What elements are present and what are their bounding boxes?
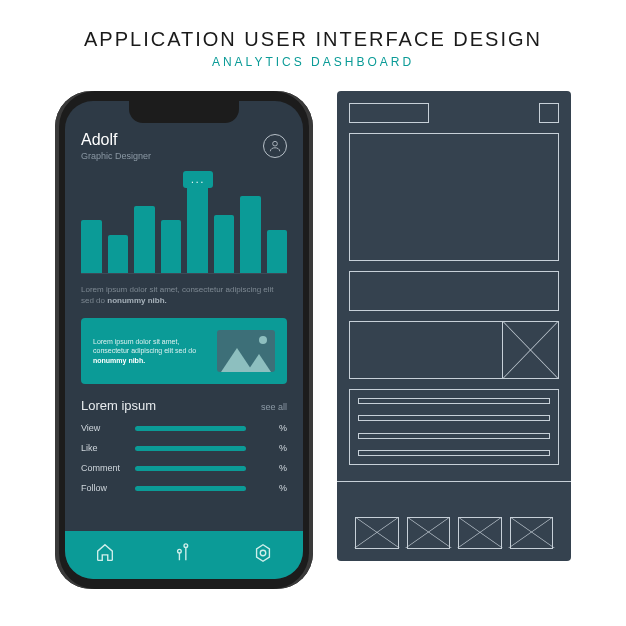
stat-progress-bar <box>135 486 246 491</box>
wire-list-row <box>358 398 550 404</box>
stat-progress-bar <box>135 446 246 451</box>
stat-progress-bar <box>135 466 246 471</box>
bottom-nav <box>65 531 303 579</box>
wire-card-block <box>349 321 559 379</box>
wire-list-row <box>358 450 550 456</box>
chart-baseline <box>81 273 287 274</box>
analytics-bar-chart[interactable]: ... <box>81 177 287 273</box>
wire-card-image <box>502 322 558 378</box>
svg-point-0 <box>273 141 278 146</box>
chart-bar[interactable] <box>108 235 129 273</box>
svg-point-4 <box>261 550 267 556</box>
wire-header-avatar <box>539 103 559 123</box>
wire-nav-item <box>355 517 399 549</box>
stat-row[interactable]: Follow% <box>81 483 287 493</box>
settings-icon <box>252 542 274 564</box>
nav-settings[interactable] <box>252 542 274 568</box>
see-all-link[interactable]: see all <box>261 402 287 412</box>
chart-bar[interactable] <box>240 196 261 273</box>
page-title: APPLICATION USER INTERFACE DESIGN <box>0 0 626 51</box>
phone-notch <box>129 101 239 123</box>
chart-bar[interactable] <box>134 206 155 273</box>
stat-row[interactable]: Like% <box>81 443 287 453</box>
highlight-card[interactable]: Lorem ipsum dolor sit amet, consectetur … <box>81 318 287 384</box>
svg-point-1 <box>178 549 182 553</box>
image-placeholder <box>217 330 275 372</box>
chart-bar[interactable] <box>161 220 182 273</box>
analytics-icon <box>173 542 195 564</box>
profile-avatar[interactable] <box>263 134 287 158</box>
stat-percent: % <box>275 443 287 453</box>
nav-analytics[interactable] <box>173 542 195 568</box>
stat-label: View <box>81 423 125 433</box>
stat-label: Follow <box>81 483 125 493</box>
stat-row[interactable]: Comment% <box>81 463 287 473</box>
chart-bar[interactable] <box>267 230 288 273</box>
stat-percent: % <box>275 483 287 493</box>
nav-home[interactable] <box>94 542 116 568</box>
wire-nav-item <box>407 517 451 549</box>
stat-row[interactable]: View% <box>81 423 287 433</box>
user-role: Graphic Designer <box>81 151 151 161</box>
wire-header-title <box>349 103 429 123</box>
user-icon <box>268 139 282 153</box>
chart-description: Lorem ipsum dolor sit amet, consectetur … <box>81 284 287 306</box>
phone-screen: Adolf Graphic Designer ... Lorem ipsum d… <box>65 101 303 579</box>
stat-percent: % <box>275 423 287 433</box>
wire-list-row <box>358 415 550 421</box>
wire-nav-item <box>510 517 554 549</box>
stat-progress-bar <box>135 426 246 431</box>
stat-label: Like <box>81 443 125 453</box>
wire-list-block <box>349 389 559 465</box>
wire-text-block <box>349 271 559 311</box>
wireframe-panel <box>337 91 571 561</box>
highlight-card-text: Lorem ipsum dolor sit amet, consectetur … <box>93 337 207 366</box>
wire-bottom-nav <box>349 517 559 549</box>
stat-label: Comment <box>81 463 125 473</box>
wire-nav-item <box>458 517 502 549</box>
phone-device: Adolf Graphic Designer ... Lorem ipsum d… <box>55 91 313 589</box>
stats-heading: Lorem ipsum <box>81 398 156 413</box>
chart-bar[interactable] <box>81 220 102 273</box>
chart-tooltip: ... <box>183 171 213 188</box>
chart-bar[interactable] <box>187 179 208 273</box>
wire-divider <box>337 481 571 482</box>
user-name: Adolf <box>81 131 151 149</box>
wire-chart-block <box>349 133 559 261</box>
wire-list-row <box>358 433 550 439</box>
stat-percent: % <box>275 463 287 473</box>
home-icon <box>94 542 116 564</box>
page-subtitle: ANALYTICS DASHBOARD <box>0 55 626 69</box>
svg-marker-3 <box>257 545 270 562</box>
svg-point-2 <box>184 544 188 548</box>
chart-bar[interactable] <box>214 215 235 273</box>
